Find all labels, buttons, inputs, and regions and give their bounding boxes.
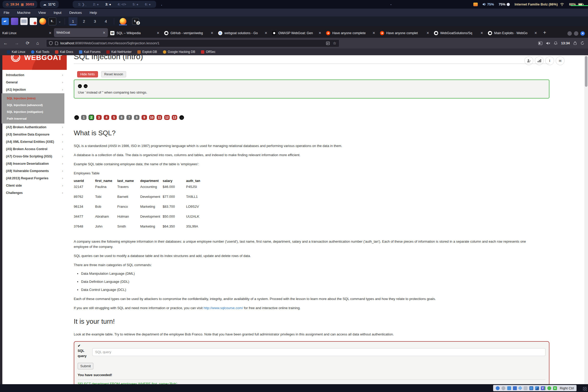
tab-main-exploits[interactable]: Main Exploits · WebGo ✕ — [486, 28, 540, 38]
tab-webgoatsolutions[interactable]: WebGoatSolutions/Sq ✕ — [432, 28, 486, 38]
new-tab-button[interactable]: + — [543, 30, 546, 36]
kali-menu-button[interactable] — [2, 18, 9, 25]
page-button-4[interactable]: 4 — [104, 115, 109, 120]
scrollbar-thumb[interactable] — [585, 56, 587, 87]
tab-close-icon[interactable]: ✕ — [480, 31, 483, 35]
home-button[interactable]: ⌂ — [33, 41, 42, 46]
back-button[interactable]: ← — [0, 41, 11, 46]
sql-query-input[interactable] — [92, 348, 546, 356]
contact-button[interactable]: ✉ — [556, 56, 565, 65]
bookmark-kali-docs[interactable]: Kali Docs — [55, 50, 73, 54]
hint-next-button[interactable]: → — [84, 84, 88, 88]
kali-workspace-2[interactable]: 2 — [79, 17, 88, 25]
notification-bell-icon[interactable] — [554, 41, 558, 45]
network-status-icon[interactable] — [513, 386, 517, 390]
tab-close-icon[interactable]: ✕ — [426, 31, 429, 35]
tab-close-icon[interactable]: ✕ — [157, 31, 160, 35]
page-button-7[interactable]: 7 — [126, 115, 132, 120]
tab-close-icon[interactable]: ✕ — [211, 31, 213, 35]
menu-input[interactable]: Input — [54, 11, 62, 15]
sync-icon[interactable] — [580, 41, 584, 45]
hide-hints-button[interactable]: Hide hints — [77, 71, 98, 77]
sidebar-item-introduction[interactable]: Introduction› — [2, 71, 67, 79]
display-status-icon[interactable] — [529, 386, 533, 390]
page-button-3[interactable]: 3 — [96, 115, 102, 120]
minimize-button[interactable] — [567, 31, 572, 36]
reader-mode-icon[interactable] — [326, 41, 330, 45]
bookmark-kali-linux[interactable]: Kali Linux — [7, 50, 25, 54]
terminal-window-button[interactable]: $_ 2 — [130, 17, 141, 25]
page-button-9[interactable]: 9 — [142, 115, 147, 120]
sidebar-item-sql-injection-mitigation[interactable]: SQL Injection (mitigation) — [2, 108, 64, 115]
tab-reddit-2[interactable]: Have anyone complet ✕ — [378, 28, 432, 38]
screen-layout-icon[interactable] — [538, 41, 542, 45]
page-scrollbar[interactable] — [584, 55, 588, 384]
file-manager-icon[interactable] — [20, 18, 28, 25]
tab-sql-wikipedia[interactable]: SQL – Wikipedia ✕ — [108, 28, 162, 38]
page-button-5[interactable]: 5 — [111, 115, 117, 120]
bookmark-kali-forums[interactable]: Kali Forums — [79, 50, 101, 54]
sidebar-item-a7-xss[interactable]: (A7) Cross-Site Scripting (XSS)› — [2, 153, 67, 160]
launcher-dropdown-icon[interactable]: ⌄ — [58, 20, 61, 23]
page-button-13[interactable]: 13 — [172, 115, 177, 120]
clock-date-pill[interactable]: ◷ 19:34 ▦ 30/03 — [3, 1, 37, 8]
tab-webgoat-solutions-search[interactable]: webgoat solutions - Go ✕ — [216, 28, 270, 38]
tab-close-icon[interactable]: ✕ — [318, 31, 321, 35]
sidebar-item-sql-injection-advanced[interactable]: SQL Injection (advanced) — [2, 102, 64, 108]
kali-workspace-1[interactable]: 1 — [69, 17, 77, 25]
tab-close-icon[interactable]: ✕ — [103, 31, 106, 35]
tab-owasp-webgoat[interactable]: OWASP WebGoat: Gen ✕ — [270, 28, 324, 38]
network-indicator[interactable]: Internet Familie Bolz (86%) — [514, 2, 564, 6]
bookmark-star-icon[interactable]: ☆ — [333, 41, 336, 45]
workspace-5[interactable]: 5: ● — [130, 3, 141, 6]
firefox-launcher-icon[interactable] — [39, 18, 46, 25]
audio-muted-icon[interactable] — [546, 41, 550, 45]
sidebar-item-a4-xxe[interactable]: (A4) XML External Entities (XXE)› — [2, 138, 67, 145]
close-window-button[interactable]: ✕ — [580, 31, 585, 36]
sidebar-item-client-side[interactable]: Client side› — [2, 182, 67, 189]
scoreboard-button[interactable] — [535, 56, 544, 65]
page-button-1[interactable]: 1 — [81, 115, 87, 120]
shared-folders-icon[interactable] — [524, 386, 528, 390]
sidebar-item-a1-injection[interactable]: (A1) Injection› — [2, 86, 67, 93]
sidebar-item-a2-broken-authentication[interactable]: (A2) Broken Authentication› — [2, 124, 67, 131]
menu-file[interactable]: File — [4, 11, 9, 15]
app-launcher-icon[interactable] — [11, 18, 18, 25]
workspace-2[interactable]: 2: ● — [91, 3, 101, 6]
bookmark-kali-tools[interactable]: Kali Tools — [31, 50, 49, 54]
workspace-3[interactable]: 3: ● — [103, 3, 113, 6]
sidebar-item-sql-injection-intro[interactable]: SQL Injection (intro) — [2, 95, 64, 102]
submit-button[interactable]: Submit — [78, 363, 93, 369]
page-button-6[interactable]: 6 — [119, 115, 124, 120]
sidebar-item-a9-vulnerable-components[interactable]: (A9) Vulnerable Components› — [2, 167, 67, 175]
sidebar-item-challenges[interactable]: Challenges› — [2, 189, 67, 197]
sidebar-item-path-traversal[interactable]: Path traversal — [2, 115, 64, 122]
sidebar-item-a3-sensitive-data[interactable]: (A3) Sensitive Data Exposure› — [2, 131, 67, 138]
reset-lesson-button[interactable]: Reset lesson — [101, 71, 126, 77]
workspace-1[interactable]: 1: ❯_ — [76, 2, 89, 6]
page-info-icon[interactable] — [55, 41, 58, 45]
sidebar-item-a82013-request-forgeries[interactable]: (A8:2013) Request Forgeries› — [2, 175, 67, 182]
workspace-switcher[interactable]: 1: ❯_ 2: ● 3: ● 4: </> 5: ● 6: ● — [73, 1, 156, 8]
menu-help[interactable]: Help — [90, 11, 97, 15]
page-button-2-current[interactable]: 2 — [89, 115, 94, 120]
recording-status-icon[interactable] — [535, 386, 539, 390]
sidebar-item-a5-access-control[interactable]: (A5) Broken Access Control› — [2, 145, 67, 153]
sidebar-item-a8-insecure-deserialization[interactable]: (A8) Insecure Deserialization› — [2, 160, 67, 167]
menu-devices[interactable]: Devices — [69, 11, 82, 15]
mouse-integration-icon[interactable] — [547, 386, 551, 390]
hint-prev-button[interactable]: ← — [78, 84, 82, 88]
about-button[interactable]: i — [545, 56, 554, 65]
page-button-8[interactable]: 8 — [134, 115, 139, 120]
lock-icon[interactable] — [573, 41, 577, 45]
menu-view[interactable]: View — [38, 11, 46, 15]
tab-close-icon[interactable]: ✕ — [372, 31, 375, 35]
usb-status-icon[interactable] — [518, 386, 522, 390]
features-status-icon[interactable]: V — [541, 386, 546, 390]
page-button-11[interactable]: 11 — [157, 115, 162, 120]
page-button-12[interactable]: 12 — [164, 115, 170, 120]
tab-webgoat[interactable]: WebGoat ✕ — [54, 28, 108, 37]
text-editor-icon[interactable] — [30, 18, 37, 25]
resize-grip[interactable] — [583, 387, 587, 391]
page-button-10[interactable]: 10 — [149, 115, 155, 120]
